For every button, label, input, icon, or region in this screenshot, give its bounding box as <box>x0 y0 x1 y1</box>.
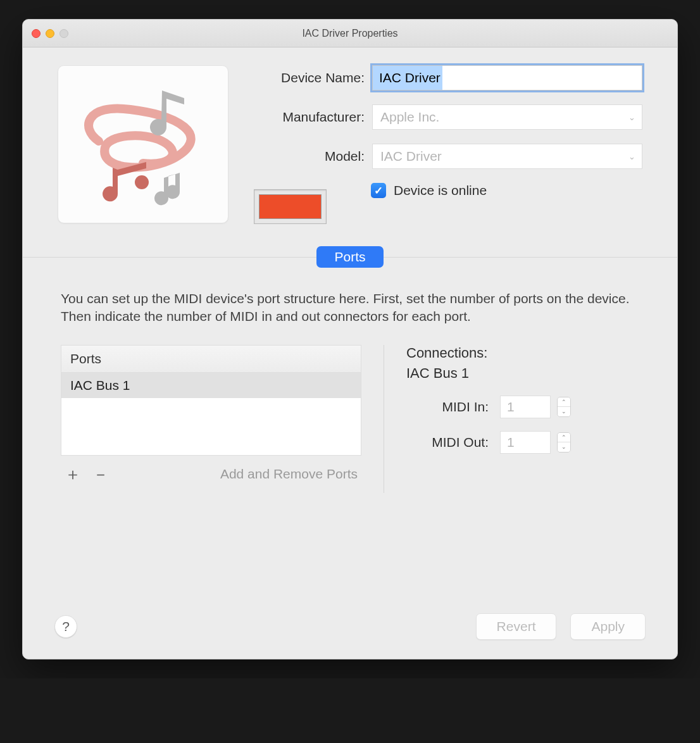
color-well[interactable] <box>254 189 327 224</box>
manufacturer-label: Manufacturer: <box>254 109 365 125</box>
svg-point-0 <box>135 175 149 189</box>
properties-window: IAC Driver Properties <box>22 19 678 659</box>
midi-out-stepper[interactable]: ⌃ ⌄ <box>557 432 571 453</box>
tab-bar: Ports <box>23 246 677 268</box>
midi-in-stepper[interactable]: ⌃ ⌄ <box>557 397 571 417</box>
midi-out-label: MIDI Out: <box>406 435 489 450</box>
model-label: Model: <box>254 149 365 164</box>
connections-bus-name: IAC Bus 1 <box>406 365 639 382</box>
help-button[interactable]: ? <box>54 615 77 638</box>
ports-list-panel: Ports IAC Bus 1 ＋ － Add and Remove Ports <box>61 345 361 493</box>
table-row[interactable]: IAC Bus 1 <box>61 373 361 398</box>
vertical-divider <box>384 345 384 493</box>
add-port-button[interactable]: ＋ <box>65 463 81 485</box>
ports-empty-area[interactable] <box>61 398 361 455</box>
tab-ports[interactable]: Ports <box>316 246 383 268</box>
ports-table: Ports IAC Bus 1 <box>61 345 361 456</box>
revert-button[interactable]: Revert <box>476 613 557 640</box>
device-online-checkbox[interactable]: ✓ <box>371 183 386 198</box>
chevron-down-icon[interactable]: ⌄ <box>558 407 570 416</box>
connections-panel: Connections: IAC Bus 1 MIDI In: ⌃ ⌄ MIDI… <box>406 345 639 493</box>
device-icon[interactable] <box>58 65 228 223</box>
ports-toolbar: ＋ － Add and Remove Ports <box>61 456 361 493</box>
instructions-text: You can set up the MIDI device's port st… <box>61 290 639 326</box>
midi-out-field[interactable] <box>500 431 551 454</box>
midi-in-label: MIDI In: <box>406 399 489 415</box>
manufacturer-value: Apple Inc. <box>380 109 439 125</box>
ports-column-header[interactable]: Ports <box>61 346 361 373</box>
titlebar: IAC Driver Properties <box>23 20 677 47</box>
device-name-field[interactable] <box>372 65 642 91</box>
remove-port-button[interactable]: － <box>92 463 109 485</box>
footer: ? Revert Apply <box>23 601 677 659</box>
chevron-down-icon[interactable]: ⌄ <box>558 442 570 452</box>
window-title: IAC Driver Properties <box>23 28 677 39</box>
close-icon[interactable] <box>32 29 41 38</box>
midi-in-field[interactable] <box>500 396 551 418</box>
device-name-label: Device Name: <box>254 70 365 85</box>
zoom-icon <box>59 29 68 38</box>
manufacturer-combo[interactable]: Apple Inc. ⌄ <box>372 104 642 130</box>
chevron-up-icon[interactable]: ⌃ <box>558 433 570 442</box>
color-swatch <box>259 194 322 219</box>
device-online-label: Device is online <box>394 183 487 198</box>
form-area: Device Name: Manufacturer: Apple Inc. ⌄ … <box>254 65 642 224</box>
device-info-section: Device Name: Manufacturer: Apple Inc. ⌄ … <box>23 47 677 243</box>
chevron-down-icon: ⌄ <box>628 113 635 122</box>
window-controls <box>32 29 68 38</box>
connections-title: Connections: <box>406 345 639 361</box>
chevron-up-icon[interactable]: ⌃ <box>558 397 570 407</box>
chevron-down-icon: ⌄ <box>628 152 635 161</box>
ports-toolbar-caption: Add and Remove Ports <box>220 466 358 482</box>
model-combo[interactable]: IAC Driver ⌄ <box>372 144 642 169</box>
model-value: IAC Driver <box>380 149 442 164</box>
music-swirl-icon <box>73 78 213 211</box>
ports-section: You can set up the MIDI device's port st… <box>23 268 677 499</box>
minimize-icon[interactable] <box>46 29 54 38</box>
apply-button[interactable]: Apply <box>570 613 646 640</box>
